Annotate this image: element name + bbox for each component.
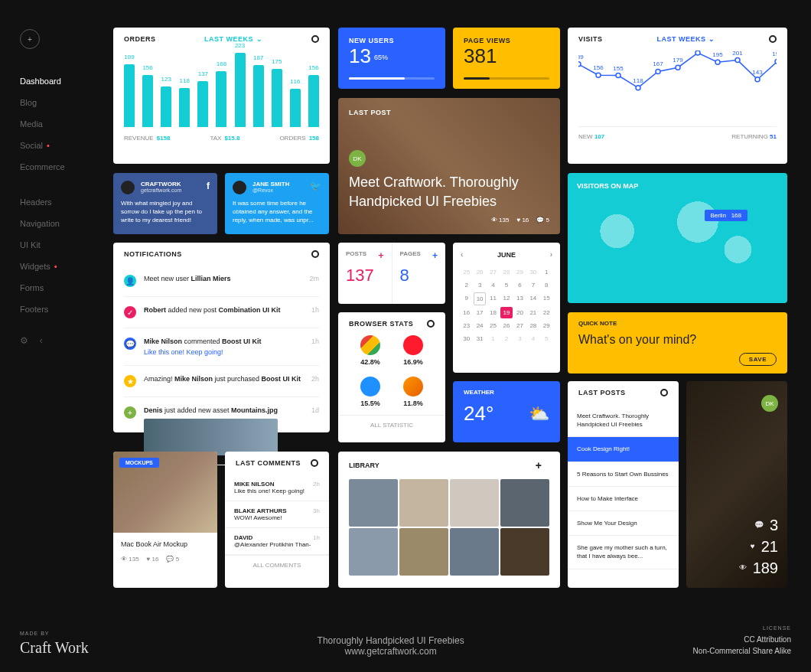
comment-item[interactable]: DAVID1h@Alexander Protikhin Than- [225,528,329,555]
prev-month-button[interactable]: ‹ [461,250,463,259]
add-post-button[interactable]: + [378,250,383,261]
calendar-day[interactable]: 7 [527,279,539,291]
calendar-day[interactable]: 3 [514,333,526,344]
world-map[interactable]: Berlin 168 [577,194,778,286]
more-icon[interactable] [660,389,668,396]
calendar-day[interactable]: 30 [527,266,539,278]
nav-item-navigation[interactable]: Navigation [20,213,96,234]
calendar-day[interactable]: 31 [474,333,485,344]
library-thumb[interactable] [450,528,499,576]
calendar-day[interactable]: 23 [461,320,472,331]
more-icon[interactable] [427,320,435,328]
calendar-day[interactable]: 25 [487,320,499,331]
gear-icon[interactable]: ⚙ [20,335,28,346]
featured-post-card[interactable]: DK 💬3 ♥21 👁189 [686,381,787,588]
calendar-day[interactable]: 27 [487,266,499,278]
quick-note-input[interactable]: What's on your mind? [578,333,777,347]
comment-item[interactable]: MIKE NILSON2hLike this one! Keep going! [225,475,329,501]
orders-filter[interactable]: LAST WEEKS ⌄ [204,35,263,43]
calendar-day[interactable]: 5 [541,333,552,344]
calendar-day[interactable]: 10 [474,292,485,305]
nav-item-social[interactable]: Social • [20,135,96,156]
library-thumb[interactable] [399,528,448,576]
calendar-day[interactable]: 29 [541,320,552,331]
library-thumb[interactable] [500,528,549,576]
nav-item-media[interactable]: Media [20,113,96,135]
notification-item[interactable]: ★Amazing! Mike Nilson just purchased Boo… [124,366,319,397]
calendar-day[interactable]: 15 [541,292,552,305]
calendar-day[interactable]: 19 [500,307,512,318]
library-thumb[interactable] [349,528,398,576]
post-item[interactable]: Cook Design Right! [568,437,679,462]
post-item[interactable]: She gave my mother such a turn, that I h… [568,536,679,569]
calendar-day[interactable]: 11 [487,292,499,305]
library-thumb[interactable] [500,479,549,527]
calendar-day[interactable]: 1 [541,266,552,278]
more-icon[interactable] [311,459,318,467]
calendar-day[interactable]: 26 [474,266,485,278]
calendar-day[interactable]: 27 [514,320,526,331]
notification-item[interactable]: 💬Mike Nilson commented Boost UI KitLike … [124,328,319,366]
collapse-icon[interactable]: ‹ [40,335,43,346]
nav-item-dashboard[interactable]: Dashboard [20,70,96,92]
last-post-card[interactable]: LAST POST DK Meet Craftwork. Thoroughly … [338,98,560,234]
nav-item-ecommerce[interactable]: Ecommerce [20,156,96,178]
calendar-day[interactable]: 2 [461,279,472,291]
nav-item-forms[interactable]: Forms [20,277,96,298]
calendar-day[interactable]: 6 [514,279,526,291]
facebook-card[interactable]: CRAFTWORKgetcraftwork.comf With what min… [113,173,217,234]
library-thumb[interactable] [399,479,448,527]
calendar-day[interactable]: 4 [527,333,539,344]
nav-item-ui-kit[interactable]: UI Kit [20,234,96,256]
calendar-day[interactable]: 17 [474,307,485,318]
post-item[interactable]: 5 Reasons to Start Own Bussines [568,462,679,487]
calendar-day[interactable]: 4 [487,279,499,291]
notification-item[interactable]: ✓Robert added new post Combination UI Ki… [124,297,319,328]
all-comments-link[interactable]: ALL COMMENTS [225,555,329,575]
brand-logo[interactable]: Craft Work [20,639,89,657]
calendar-day[interactable]: 18 [487,307,499,318]
calendar-day[interactable]: 13 [514,292,526,305]
next-month-button[interactable]: › [550,250,552,259]
more-icon[interactable] [769,35,777,43]
calendar-day[interactable]: 24 [474,320,485,331]
map-marker[interactable]: Berlin 168 [705,210,747,221]
add-media-button[interactable]: + [536,459,542,471]
add-button[interactable]: + [20,29,40,49]
calendar-day[interactable]: 12 [500,292,512,305]
calendar-day[interactable]: 26 [500,320,512,331]
calendar-day[interactable]: 9 [461,292,472,305]
nav-item-headers[interactable]: Headers [20,191,96,213]
calendar-day[interactable]: 1 [487,333,499,344]
calendar-day[interactable]: 20 [514,307,526,318]
calendar-day[interactable]: 8 [541,279,552,291]
calendar-day[interactable]: 28 [500,266,512,278]
website-link[interactable]: www.getcraftwork.com [318,646,464,657]
calendar-day[interactable]: 21 [527,307,539,318]
all-statistic-link[interactable]: ALL STATISTIC [338,415,445,435]
twitter-card[interactable]: JANE SMITH@Revox🐦 It was some time befor… [225,173,329,234]
comment-item[interactable]: BLAKE ARTHURS3hWOW! Awesome! [225,501,329,528]
library-thumb[interactable] [450,479,499,527]
calendar-day[interactable]: 16 [461,307,472,318]
calendar-day[interactable]: 14 [527,292,539,305]
mockup-card[interactable]: MOCKUPS Mac Book Air Mockup 👁 135 ♥ 16 💬… [113,452,217,588]
calendar-day[interactable]: 25 [461,266,472,278]
calendar-day[interactable]: 2 [500,333,512,344]
save-button[interactable]: SAVE [739,353,777,366]
calendar-day[interactable]: 29 [514,266,526,278]
post-item[interactable]: Meet Craftwork. Thoroghly Handpicked UI … [568,404,679,437]
calendar-day[interactable]: 5 [500,279,512,291]
calendar-day[interactable]: 3 [474,279,485,291]
nav-item-blog[interactable]: Blog [20,92,96,113]
add-page-button[interactable]: + [432,250,438,261]
calendar-day[interactable]: 22 [541,307,552,318]
more-icon[interactable] [311,250,319,258]
calendar-day[interactable]: 30 [461,333,472,344]
more-icon[interactable] [311,35,319,43]
nav-item-widgets[interactable]: Widgets • [20,256,96,277]
post-item[interactable]: How to Make Interface [568,487,679,511]
post-item[interactable]: Show Me Your Design [568,511,679,536]
library-thumb[interactable] [349,479,398,527]
nav-item-footers[interactable]: Footers [20,298,96,320]
